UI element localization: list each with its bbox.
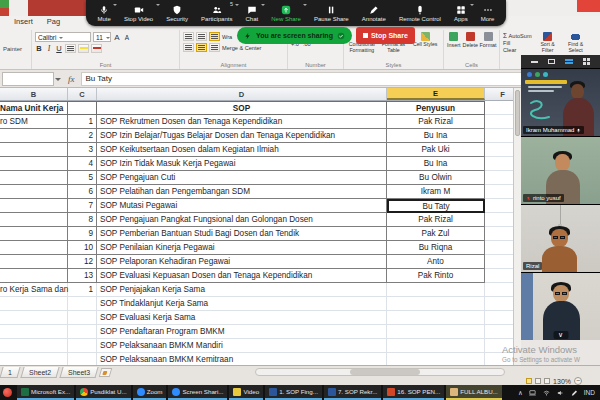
taskbar-item-microsoft-ex[interactable]: Microsoft Ex... (17, 385, 74, 400)
video-tile-rizal[interactable]: Rizal (521, 204, 600, 272)
normal-view-button[interactable] (526, 378, 532, 384)
cell-unit[interactable] (0, 297, 68, 311)
video-tile-rinto[interactable]: rinto yusuf (521, 136, 600, 204)
cell-sop[interactable]: SOP Penjajakan Kerja Sama (97, 283, 387, 297)
wifi-icon[interactable] (542, 389, 551, 397)
name-box[interactable] (2, 72, 54, 86)
cell-no[interactable] (68, 311, 97, 325)
cell-sop[interactable]: SOP Pengajuan Pangkat Fungsional dan Gol… (97, 213, 387, 227)
column-header-c[interactable]: C (68, 88, 97, 100)
cell-no[interactable]: 10 (68, 241, 97, 255)
taskbar-item-16-sop-pen[interactable]: 16. SOP PEN... (383, 385, 444, 400)
cell-unit[interactable] (0, 241, 68, 255)
cell-penyusun[interactable]: Pak Uki (387, 143, 485, 157)
cell-penyusun[interactable] (387, 297, 485, 311)
page-break-view-button[interactable] (544, 378, 550, 384)
taskbar-item-7-sop-rekr[interactable]: 7. SOP Rekr... (324, 385, 381, 400)
taskbar-item-screen-shari[interactable]: Screen Shari... (168, 385, 227, 400)
cell-unit[interactable] (0, 157, 68, 171)
tray-chevron-up-icon[interactable]: ∧ (518, 389, 523, 397)
align-center-icon[interactable] (196, 43, 207, 52)
zoom-annotate-button[interactable]: Annotate (355, 0, 392, 26)
cell-sop[interactable]: SOP Keikutsertaan Dosen dalam Kegiatan I… (97, 143, 387, 157)
cell-sop[interactable]: SOP Evaluasi Kerja Sama (97, 311, 387, 325)
column-header-d[interactable]: D (97, 88, 387, 100)
cell-unit[interactable] (0, 311, 68, 325)
align-left-icon[interactable] (183, 43, 194, 52)
cell-penyusun[interactable]: Ikram M (387, 185, 485, 199)
cells-format-button[interactable]: Format (480, 32, 496, 48)
horizontal-scrollbar[interactable] (255, 368, 505, 376)
cell-unit[interactable] (0, 129, 68, 143)
cell-no[interactable] (68, 325, 97, 339)
sheet-tab-sheet2[interactable]: Sheet2 (20, 367, 59, 378)
shrink-font-button[interactable]: A (123, 34, 131, 41)
pinned-app-icon[interactable] (3, 388, 12, 397)
cell-sop[interactable]: SOP Penilaian Kinerja Pegawai (97, 241, 387, 255)
wrap-text-label[interactable]: Wra (222, 34, 232, 40)
fill-color-button[interactable] (78, 44, 89, 53)
taskbar-item-1-sop-fing[interactable]: 1. SOP Fing... (265, 385, 322, 400)
cell-unit[interactable]: ro SDM (0, 115, 68, 129)
font-size-select[interactable]: 11 (93, 32, 111, 42)
active-cell[interactable]: Bu Taty (387, 199, 485, 213)
header-cell-no[interactable] (68, 101, 97, 115)
zoom-participants-button[interactable]: Participants5 (195, 0, 239, 26)
insert-function-button[interactable]: fx (68, 74, 75, 84)
cell-penyusun[interactable] (387, 353, 485, 365)
video-tile-ikram[interactable]: Ikram Muhammad (521, 68, 600, 136)
gallery-view-icon[interactable] (583, 58, 590, 65)
cell-no[interactable]: 3 (68, 143, 97, 157)
cell-penyusun[interactable]: Anto (387, 255, 485, 269)
cell-no[interactable]: 8 (68, 213, 97, 227)
font-name-select[interactable]: Calibri (35, 32, 91, 42)
horizontal-scroll-thumb[interactable] (350, 369, 420, 375)
cell-no[interactable]: 5 (68, 171, 97, 185)
cell-unit[interactable] (0, 269, 68, 283)
cell-unit[interactable] (0, 199, 68, 213)
cell-no[interactable]: 1 (68, 283, 97, 297)
column-header-b[interactable]: B (0, 88, 68, 100)
cell-penyusun[interactable]: Bu Ina (387, 157, 485, 171)
taskbar-item-video[interactable]: Video (229, 385, 263, 400)
font-color-button[interactable] (91, 44, 102, 53)
cell-no[interactable] (68, 297, 97, 311)
fill-button[interactable]: Fill (503, 40, 532, 46)
cell-sop[interactable]: SOP Evaluasi Kepuasan Dosen dan Tenaga K… (97, 269, 387, 283)
cell-sop[interactable]: SOP Pemberian Bantuan Studi Bagi Dosen d… (97, 227, 387, 241)
cell-penyusun[interactable] (387, 339, 485, 353)
find-select-button[interactable]: Find & Select (564, 32, 588, 53)
zoom-more-button[interactable]: More (474, 0, 501, 26)
cell-no[interactable]: 13 (68, 269, 97, 283)
cell-unit[interactable] (0, 255, 68, 269)
cells-delete-button[interactable]: Delete (462, 32, 478, 48)
sheet-tab-1[interactable]: 1 (0, 367, 20, 378)
cell-unit[interactable]: ro Kerja Sama dan (0, 283, 68, 297)
speaker-icon[interactable] (556, 389, 565, 397)
cell-penyusun[interactable]: Pak Rinto (387, 269, 485, 283)
cell-penyusun[interactable]: Pak Zul (387, 227, 485, 241)
zoom-apps-button[interactable]: Apps (447, 0, 474, 26)
cell-sop[interactable]: SOP Pendaftaran Program BMKM (97, 325, 387, 339)
cell-penyusun[interactable]: Bu Ina (387, 129, 485, 143)
speaker-view-icon[interactable] (548, 59, 555, 64)
cell-penyusun[interactable]: Pak Rizal (387, 115, 485, 129)
underline-button[interactable]: U (55, 44, 63, 53)
language-indicator[interactable]: IND (584, 389, 595, 396)
chevron-down-icon[interactable]: ∨ (553, 331, 568, 339)
italic-button[interactable]: I (45, 44, 53, 53)
laptop-icon[interactable] (528, 389, 537, 397)
vertical-scroll-thumb[interactable] (515, 90, 520, 136)
align-top-icon[interactable] (183, 32, 194, 41)
autosum-button[interactable]: Σ AutoSum (503, 32, 532, 39)
tab-insert[interactable]: Insert (14, 17, 33, 26)
cell-unit[interactable] (0, 143, 68, 157)
cell-sop[interactable]: SOP Mutasi Pegawai (97, 199, 387, 213)
cell-no[interactable]: 12 (68, 255, 97, 269)
page-layout-view-button[interactable] (535, 378, 541, 384)
bold-button[interactable]: B (35, 44, 43, 53)
zoom-stop-video-button[interactable]: Stop Video (117, 0, 159, 26)
zoom-level[interactable]: 130% (553, 378, 571, 385)
zoom-mute-button[interactable]: Mute (91, 0, 117, 26)
cell-penyusun[interactable]: Bu Olwin (387, 171, 485, 185)
